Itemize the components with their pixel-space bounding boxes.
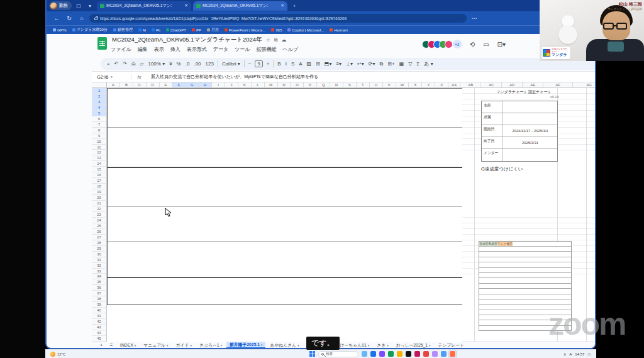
bookmark-item[interactable]: 顧客管理 xyxy=(113,27,133,33)
column-header[interactable]: U xyxy=(370,82,383,88)
taskbar-app-icon[interactable] xyxy=(388,351,394,357)
row-header[interactable]: 30 xyxy=(92,252,107,257)
column-header[interactable]: V xyxy=(383,82,396,88)
sheet-tab-menu-icon[interactable]: ▾ xyxy=(429,344,431,347)
column-header[interactable]: AE xyxy=(523,82,543,88)
ime-indicator[interactable]: A xyxy=(569,352,572,356)
row-header[interactable]: 33 xyxy=(92,269,107,274)
tray-expand-icon[interactable]: ∧ xyxy=(564,352,566,356)
column-header[interactable]: A xyxy=(107,82,120,88)
column-header[interactable]: M xyxy=(265,82,278,88)
sheet-tab[interactable]: さぶろー1 ▾ xyxy=(196,342,225,349)
bold-icon[interactable]: B xyxy=(277,61,280,67)
menu-item[interactable]: 表示形式 xyxy=(187,46,207,53)
menu-item[interactable]: ヘルプ xyxy=(283,46,299,53)
search-icon[interactable]: ⌕ xyxy=(107,61,109,67)
column-header[interactable]: Z xyxy=(435,82,448,88)
column-header[interactable]: K xyxy=(238,82,252,88)
column-header[interactable]: D xyxy=(147,82,160,88)
document-title[interactable]: MC2024_2QteamA_OKRv05.1マンダラチャート2024年 xyxy=(112,36,262,43)
start-button[interactable] xyxy=(309,351,315,357)
column-header[interactable]: Y xyxy=(422,82,435,88)
row-header[interactable]: 38 xyxy=(92,296,107,302)
row-header[interactable]: 32 xyxy=(92,263,107,269)
functions-icon[interactable]: Σ xyxy=(416,61,419,67)
sheet-tab-menu-icon[interactable]: ▾ xyxy=(368,344,370,347)
row-header[interactable]: 12 xyxy=(92,150,107,155)
column-header[interactable]: AF xyxy=(543,82,573,88)
merge-cells-icon[interactable]: ⬒▾ xyxy=(325,61,332,67)
row-header[interactable]: 11 xyxy=(92,145,107,150)
browser-tab[interactable]: MC2024_2QteamA_OKRv05.1マン: ✕ xyxy=(97,1,191,11)
taskbar-app-icon[interactable] xyxy=(432,351,438,357)
row-header[interactable]: 34 xyxy=(92,274,107,279)
row-header[interactable]: 41 xyxy=(92,313,107,319)
comments-icon[interactable]: ▭ xyxy=(483,41,489,48)
row-header[interactable]: 35 xyxy=(92,279,107,285)
bookmark-item[interactable]: M xyxy=(138,27,146,33)
row-header[interactable]: 17 xyxy=(92,178,107,184)
row-header[interactable]: 39 xyxy=(92,302,107,308)
row-header[interactable]: 2 xyxy=(92,94,107,99)
notification-icon[interactable]: ▭ xyxy=(587,352,591,356)
sheet-tab-menu-icon[interactable]: ▾ xyxy=(167,344,169,347)
ime-icon[interactable]: あ ▾ xyxy=(424,60,433,67)
font-size-input[interactable]: 9 xyxy=(255,60,262,67)
row-header[interactable]: 22 xyxy=(92,206,107,212)
menu-item[interactable]: ツール xyxy=(235,46,250,53)
menu-item[interactable]: 編集 xyxy=(138,46,148,53)
back-icon[interactable]: ← xyxy=(52,15,62,21)
taskbar-app-icon[interactable] xyxy=(397,351,402,357)
column-header[interactable]: J xyxy=(225,82,238,88)
sheet-tab-menu-icon[interactable]: ▾ xyxy=(261,343,263,347)
version-history-icon[interactable]: ⟲ xyxy=(470,41,475,48)
taskbar-app-icon[interactable] xyxy=(406,351,411,357)
italic-icon[interactable]: I xyxy=(286,61,287,67)
column-header[interactable]: B xyxy=(120,82,133,88)
redo-icon[interactable]: ↷ xyxy=(123,61,127,67)
paint-format-icon[interactable]: ▱ xyxy=(140,61,143,67)
sheet-tab[interactable]: おっしー2025_1 ▾ xyxy=(393,342,434,349)
menu-item[interactable]: データ xyxy=(213,46,228,53)
row-header[interactable]: 15 xyxy=(92,167,107,172)
menu-item[interactable]: 表示 xyxy=(154,46,164,53)
sheet-tab[interactable]: テンプレート xyxy=(435,342,469,349)
row-header[interactable]: 36 xyxy=(92,285,107,291)
row-header[interactable]: 10 xyxy=(92,139,107,145)
row-header[interactable]: 40 xyxy=(92,308,107,313)
home-icon[interactable]: ⌂ xyxy=(77,15,87,21)
sheet-tab[interactable]: ガイド ▾ xyxy=(173,342,195,349)
menu-item[interactable]: 拡張機能 xyxy=(257,46,277,53)
url-bar[interactable]: https://docs.google.com/spreadsheets/d/1… xyxy=(89,14,467,23)
insert-comment-icon[interactable]: ⊞+ xyxy=(387,61,394,67)
column-header[interactable]: R xyxy=(330,82,343,88)
row-header[interactable]: 45 xyxy=(92,336,107,342)
row-header[interactable]: 43 xyxy=(92,325,107,330)
formula-input[interactable]: 新入社員の交流で自己分析結果を使いたいが、MyGPTsで簡単な自己分析結果を作る xyxy=(147,74,596,80)
strikethrough-icon[interactable]: S xyxy=(291,61,294,67)
sheet-tab[interactable]: さき ▾ xyxy=(374,342,391,349)
row-header[interactable]: 25 xyxy=(92,223,107,229)
row-header[interactable]: 29 xyxy=(92,246,107,252)
print-icon[interactable]: ⎙ xyxy=(131,61,135,67)
column-header[interactable]: P xyxy=(304,82,317,88)
row-header[interactable]: 28 xyxy=(92,240,107,246)
taskbar-app-icon[interactable] xyxy=(423,351,429,357)
column-header[interactable]: O xyxy=(291,82,304,88)
column-header[interactable]: G xyxy=(186,82,199,88)
borders-icon[interactable]: ⊞ xyxy=(316,61,320,67)
row-header[interactable]: 1 xyxy=(92,88,107,94)
column-header[interactable]: F xyxy=(172,82,186,88)
fill-color-icon[interactable]: ▨ xyxy=(307,61,312,67)
bookmark-item[interactable]: 月次 xyxy=(207,27,219,33)
refresh-icon[interactable]: ↻ xyxy=(64,15,74,21)
sheet-tab-menu-icon[interactable]: ▾ xyxy=(220,344,222,347)
taskbar-app-icon[interactable] xyxy=(370,351,376,357)
menu-item[interactable]: ファイル xyxy=(111,46,131,53)
star-icon[interactable]: ☆ xyxy=(266,37,270,43)
insert-chart-icon[interactable]: ▦ xyxy=(399,61,404,67)
increase-decimal-icon[interactable]: .00 xyxy=(194,61,201,67)
row-header[interactable]: 4 xyxy=(92,105,107,111)
row-header[interactable]: 18 xyxy=(92,184,107,189)
vertical-align-icon[interactable]: ⊥▾ xyxy=(346,61,353,67)
